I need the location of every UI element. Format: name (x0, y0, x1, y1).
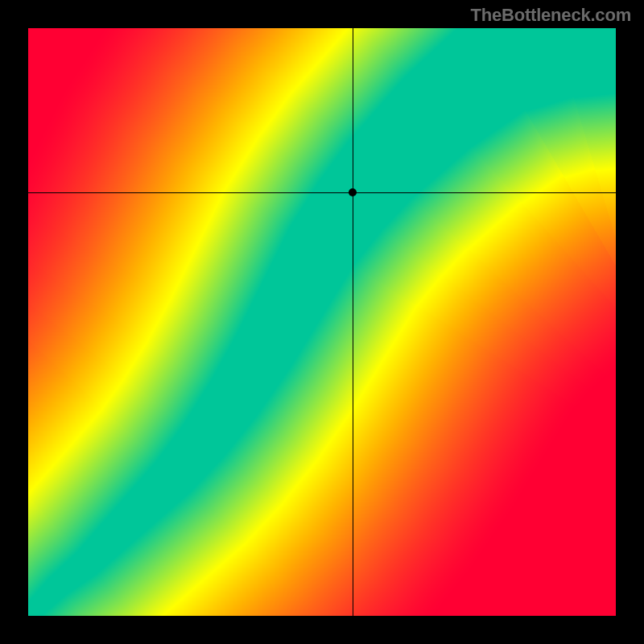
watermark-text: TheBottleneck.com (470, 5, 631, 26)
chart-frame: TheBottleneck.com (0, 0, 644, 644)
crosshair-vertical-line (353, 28, 353, 616)
heatmap-canvas (28, 28, 616, 616)
heatmap-plot (28, 28, 616, 616)
crosshair-dot (349, 188, 357, 196)
crosshair-horizontal-line (28, 192, 616, 193)
